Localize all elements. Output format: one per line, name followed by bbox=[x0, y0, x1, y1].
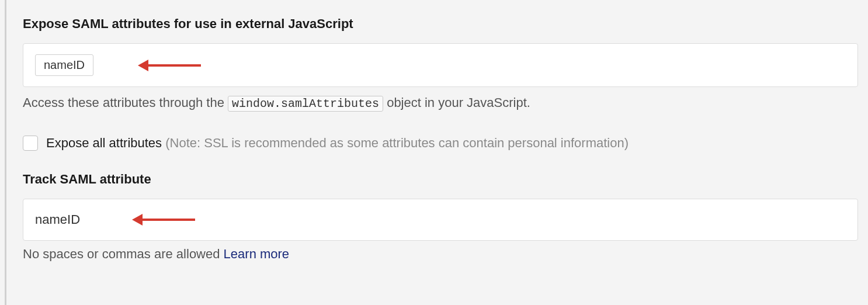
learn-more-link[interactable]: Learn more bbox=[224, 247, 290, 261]
saml-settings-panel: Expose SAML attributes for use in extern… bbox=[5, 0, 868, 305]
expose-attributes-input[interactable]: nameID bbox=[23, 43, 858, 87]
expose-all-note: (Note: SSL is recommended as some attrib… bbox=[165, 136, 629, 150]
helper-suffix: object in your JavaScript. bbox=[383, 95, 530, 110]
track-attribute-input[interactable]: nameID bbox=[23, 199, 858, 241]
annotation-arrow-icon bbox=[138, 60, 201, 71]
helper-prefix: Access these attributes through the bbox=[23, 95, 228, 110]
code-snippet: window.samlAttributes bbox=[228, 96, 383, 112]
expose-helper-text: Access these attributes through the wind… bbox=[23, 94, 868, 112]
expose-all-row: Expose all attributes (Note: SSL is reco… bbox=[23, 136, 868, 151]
track-attribute-value: nameID bbox=[35, 212, 80, 227]
attribute-token[interactable]: nameID bbox=[35, 54, 93, 76]
expose-all-label[interactable]: Expose all attributes bbox=[46, 136, 165, 150]
expose-saml-heading: Expose SAML attributes for use in extern… bbox=[23, 16, 868, 32]
annotation-arrow-icon bbox=[132, 214, 195, 226]
expose-all-checkbox[interactable] bbox=[23, 136, 38, 151]
track-helper-text: No spaces or commas are allowed Learn mo… bbox=[23, 247, 868, 262]
track-helper-prefix: No spaces or commas are allowed bbox=[23, 247, 224, 261]
expose-all-label-wrap: Expose all attributes (Note: SSL is reco… bbox=[46, 136, 629, 151]
track-saml-heading: Track SAML attribute bbox=[23, 172, 868, 187]
